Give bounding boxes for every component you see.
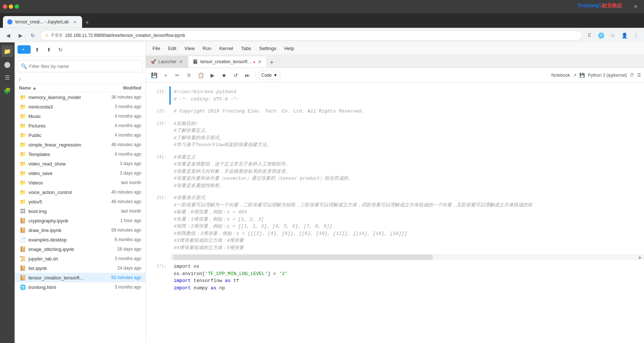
file-modified: 40 minutes ago bbox=[94, 190, 141, 195]
cut-button[interactable]: ✂ bbox=[172, 70, 182, 80]
running-icon[interactable]: ⬤ bbox=[1, 58, 13, 70]
code-line: #3维张量组成的立方体：4维张量 bbox=[174, 237, 641, 244]
cell-6: [*]: import os os.environ['TF_CPP_MIN_LO… bbox=[146, 261, 644, 294]
list-item[interactable]: 📁 Pictures 4 months ago bbox=[15, 121, 146, 130]
list-item[interactable]: 📁 Public 4 months ago bbox=[15, 130, 146, 140]
run-button[interactable]: ▶ bbox=[207, 70, 217, 80]
list-item[interactable]: 📔 cryptography.ipynb 1 hour ago bbox=[15, 216, 146, 225]
list-item[interactable]: 📁 Music 4 months ago bbox=[15, 111, 146, 121]
reload-button[interactable]: ↻ bbox=[28, 30, 38, 41]
list-item[interactable]: 📁 yolov5 48 minutes ago bbox=[15, 197, 146, 206]
list-item[interactable]: 📁 memory_learning_model 36 minutes ago bbox=[15, 92, 146, 102]
name-label: Name bbox=[19, 85, 31, 91]
list-item[interactable]: 📁 Videos last month bbox=[15, 178, 146, 187]
add-after-button[interactable]: ⊕ bbox=[626, 88, 634, 96]
menu-kernel[interactable]: Kernel bbox=[216, 44, 237, 53]
cell-code[interactable]: #张量表示形式 #一阶张量可以理解为一个向量，二阶张量可以理解为矩阵，三阶张量可… bbox=[171, 192, 644, 254]
folder-icon: 📁 bbox=[19, 122, 26, 129]
tab-launcher[interactable]: 🚀 Launcher ✕ bbox=[146, 56, 188, 68]
paste-button[interactable]: 📋 bbox=[196, 70, 206, 80]
list-item-active[interactable]: 📔 tensor_creation_tensorfl... 50 minutes… bbox=[15, 273, 146, 282]
code-line: #实验目的: bbox=[174, 120, 641, 127]
close-button[interactable]: ✕ bbox=[627, 0, 644, 13]
files-icon[interactable]: 📁 bbox=[1, 45, 13, 57]
list-item[interactable]: 🖼 boot.img last month bbox=[15, 206, 146, 216]
list-item[interactable]: 📁 video_read_show 3 days ago bbox=[15, 159, 146, 168]
tab-launcher-label: Launcher bbox=[158, 59, 177, 64]
refresh-button[interactable]: ↻ bbox=[55, 45, 66, 55]
menu-tabs[interactable]: Tabs bbox=[238, 44, 255, 53]
name-column-header[interactable]: Name ▲ bbox=[19, 85, 94, 91]
copy-button[interactable]: ⎘ bbox=[184, 70, 194, 80]
notebook-label: Notebook bbox=[551, 73, 570, 78]
cell-scrollbar[interactable]: ▶ bbox=[171, 254, 644, 260]
tab-close-button[interactable]: ✕ bbox=[72, 19, 78, 25]
commands-icon[interactable]: ☰ bbox=[1, 72, 13, 83]
menu-settings[interactable]: Settings bbox=[255, 44, 280, 53]
add-cell-button[interactable]: + bbox=[161, 70, 171, 80]
notebook-icon: 📔 bbox=[19, 226, 26, 234]
menu-view[interactable]: View bbox=[181, 44, 198, 53]
list-item[interactable]: 📔 draw_line.ipynb 59 minutes ago bbox=[15, 225, 146, 235]
list-item[interactable]: 📁 simple_linear_regression 46 minutes ag… bbox=[15, 140, 146, 149]
menu-run[interactable]: Run bbox=[199, 44, 215, 53]
tab-notebook[interactable]: 📓 tensor_creation_tensorfl... ● ✕ bbox=[188, 56, 267, 68]
move-up-button[interactable]: ↑ bbox=[599, 88, 608, 96]
cell-code[interactable]: #实验目的: #了解张量定义。 #了解张量的表示形式。 #学习基于TensorF… bbox=[171, 118, 644, 151]
code-line: #矩阵数组：3维张量，例如：s = [[[2], [4], [6]], [[8]… bbox=[174, 230, 641, 237]
bookmark-button[interactable]: ☆ bbox=[608, 30, 618, 41]
folder-icon: 📁 bbox=[19, 141, 26, 148]
tab-notebook-close[interactable]: ✕ bbox=[258, 59, 262, 65]
cell-code[interactable]: import os os.environ['TF_CPP_MIN_LOG_LEV… bbox=[171, 261, 644, 294]
extensions-button[interactable]: ⠿ bbox=[584, 30, 594, 41]
cell-type-select[interactable]: Code ▼ bbox=[259, 70, 280, 80]
html-icon: 🌐 bbox=[19, 283, 26, 291]
move-down-button[interactable]: ↓ bbox=[608, 88, 616, 96]
list-item[interactable]: 📜 jupyter_lab.sh 3 months ago bbox=[15, 254, 146, 263]
tab-launcher-close[interactable]: ✕ bbox=[179, 59, 183, 65]
code-line: #了解张量定义。 bbox=[174, 127, 641, 134]
folder-icon: 📁 bbox=[19, 188, 26, 196]
tab-label: tensor_creat... - JupyterLab bbox=[15, 19, 69, 24]
profile-button[interactable]: 👤 bbox=[619, 30, 629, 41]
list-item[interactable]: 📁 Templates 4 months ago bbox=[15, 149, 146, 159]
cell-5: [5]: #张量表示形式 #一阶张量可以理解为一个向量，二阶张量可以理解为矩阵，… bbox=[146, 192, 644, 254]
search-input[interactable] bbox=[29, 64, 139, 69]
menu-help[interactable]: Help bbox=[281, 44, 298, 53]
list-item[interactable]: 📁 video_save 3 days ago bbox=[15, 168, 146, 178]
translate-button[interactable]: 🌐 bbox=[596, 30, 606, 41]
file-name: Videos bbox=[28, 180, 94, 186]
menu-button[interactable]: ⋮ bbox=[631, 30, 641, 41]
file-modified: 59 minutes ago bbox=[94, 228, 141, 233]
restart-button[interactable]: ↺ bbox=[231, 70, 241, 80]
cell-code[interactable]: #张量定义 #张量是多维数组，这个定义常见于各种人工智能软件。 #张量是某种几何… bbox=[171, 152, 644, 192]
new-tab-button[interactable]: + bbox=[82, 18, 92, 28]
forward-button[interactable]: ▶ bbox=[15, 30, 26, 41]
list-item[interactable]: 📔 list.ipynb 24 days ago bbox=[15, 263, 146, 273]
new-tab-add-button[interactable]: + bbox=[267, 57, 277, 68]
list-item[interactable]: 🌐 tronlong.html 3 months ago bbox=[15, 282, 146, 292]
cell-code[interactable]: #!/usr/bin/env python3 # -*- coding: UTF… bbox=[171, 86, 589, 105]
list-item[interactable]: 📁 miniconda3 3 months ago bbox=[15, 102, 146, 111]
menu-edit[interactable]: Edit bbox=[165, 44, 180, 53]
new-file-button[interactable]: + bbox=[18, 45, 31, 54]
restart-run-button[interactable]: ⏭ bbox=[242, 70, 252, 80]
cell-code[interactable]: # Copyright 2019 Tronlong Elec. Tech. Co… bbox=[171, 106, 644, 117]
file-modified: last month bbox=[94, 180, 141, 185]
address-bar[interactable]: ⚠ 不安全 192.168.11.72:8889/lab/tree/tensor… bbox=[40, 30, 582, 41]
upload-button2[interactable]: ⬆ bbox=[44, 45, 54, 55]
upload-button[interactable]: ⬆ bbox=[32, 45, 42, 55]
extensions-icon[interactable]: 🧩 bbox=[1, 85, 13, 96]
delete-cell-button[interactable]: 🗑 bbox=[635, 88, 643, 96]
list-item[interactable]: 📁 voice_action_control 40 minutes ago bbox=[15, 187, 146, 197]
list-item[interactable]: 📄 examples.desktop 6 months ago bbox=[15, 235, 146, 244]
browser-active-tab[interactable]: tensor_creat... - JupyterLab ✕ bbox=[3, 16, 82, 28]
modified-column-header[interactable]: Modified bbox=[94, 85, 141, 91]
list-item[interactable]: 📔 image_stitching.ipynb 28 days ago bbox=[15, 244, 146, 254]
menu-file[interactable]: File bbox=[149, 44, 164, 53]
add-before-button[interactable]: ⊕ bbox=[617, 88, 625, 96]
copy-cell-button[interactable]: ⎘ bbox=[591, 88, 599, 96]
back-button[interactable]: ◀ bbox=[3, 30, 13, 41]
save-button[interactable]: 💾 bbox=[149, 70, 159, 80]
stop-button[interactable]: ■ bbox=[219, 70, 229, 80]
